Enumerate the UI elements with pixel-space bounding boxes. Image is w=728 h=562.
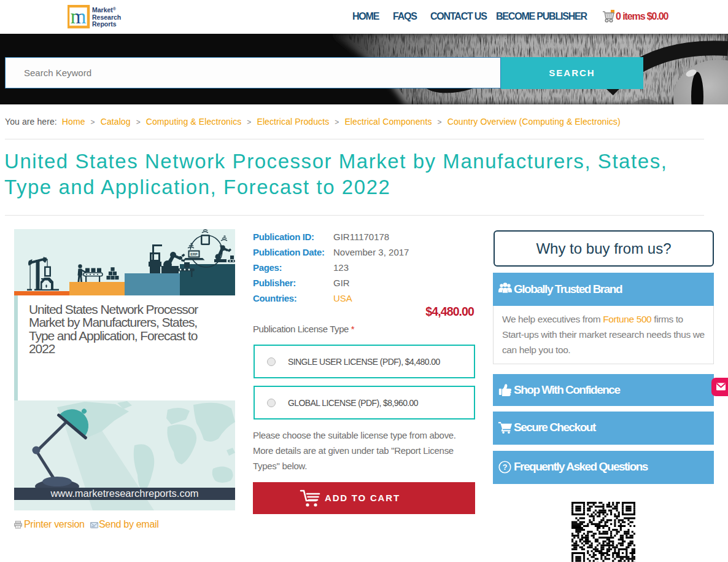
svg-text:2022: 2022 <box>29 341 55 356</box>
svg-text:?: ? <box>503 463 508 472</box>
svg-text:www.marketresearchreports.com: www.marketresearchreports.com <box>50 488 198 499</box>
svg-text:Reports: Reports <box>92 20 117 28</box>
svg-text:ERP: ERP <box>190 252 198 256</box>
svg-text:Market by Manufacturers, State: Market by Manufacturers, States, <box>29 315 197 329</box>
svg-text:Market®: Market® <box>92 6 117 14</box>
svg-text:United States Network Processo: United States Network Processor <box>29 302 198 316</box>
svg-text:Type and Application, Forecast: Type and Application, Forecast to <box>29 329 198 343</box>
svg-text:m: m <box>71 6 87 28</box>
svg-text:Research: Research <box>92 14 121 21</box>
